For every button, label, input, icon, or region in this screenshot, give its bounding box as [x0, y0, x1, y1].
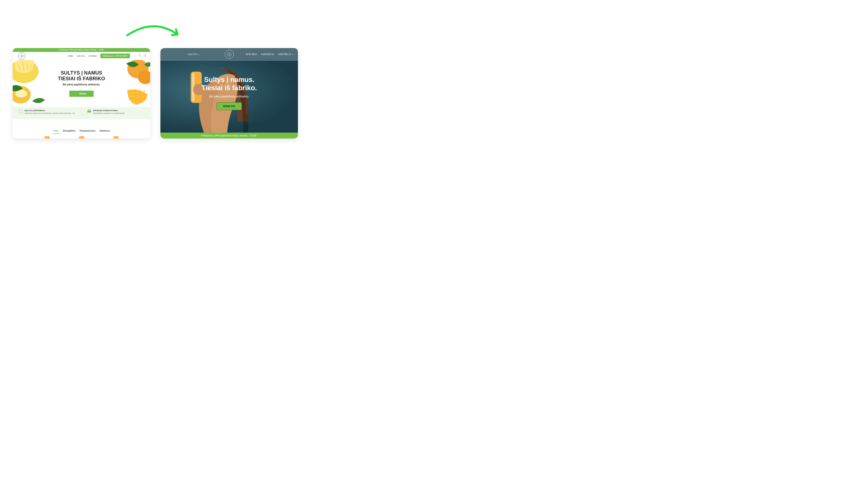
hero-headline-line2: Tiesiai iš fabriko. — [202, 84, 257, 92]
promo-bottombar: Pristatymas į DPD paštomatus visoje Liet… — [160, 133, 298, 138]
feature-desc: Atsiskaitykite saugiai per el. bankinink… — [93, 112, 125, 114]
svg-rect-9 — [229, 53, 230, 55]
chevron-down-icon: ▾ — [198, 54, 199, 56]
hero-subtext: Be jokių papildomų antkainių. — [63, 83, 100, 86]
hero-cta-button[interactable]: RINKTIS — [217, 102, 242, 110]
hero-headline-line2: TIESIAI IŠ FABRIKO — [58, 76, 105, 82]
product-tabs: Visos Ekologiškos Populiariausios Naujie… — [13, 119, 150, 136]
nav-link-cart[interactable]: KREPŠELIS — [278, 53, 293, 56]
redesign-arrow — [125, 24, 183, 41]
feature-payment: PATOGUS ATSISKAITYMAS Atsiskaitykite sau… — [87, 109, 125, 117]
hero-section: SULTYS Į NAMUS TIESIAI IŠ FABRIKO Be jok… — [13, 60, 150, 107]
tab-all[interactable]: Visos — [53, 128, 59, 133]
tab-popular[interactable]: Populiariausios — [80, 128, 95, 133]
svg-point-0 — [20, 55, 24, 58]
nav-link-sultys[interactable]: SULTYS▾ — [188, 53, 199, 56]
credit-card-icon — [87, 110, 91, 112]
tab-eco[interactable]: Ekologiškos — [63, 128, 75, 133]
features-strip: SULTYS Į PAŠTOMATĄ Atsiųsime iš karto į … — [13, 107, 150, 119]
header-nav: Sultys Apie mus Kontaktai Užsakymų nr. +… — [13, 52, 150, 60]
order-phone-button[interactable]: Užsakymų nr. +370 647 38077 — [100, 54, 130, 58]
hero-headline-line1: SULTYS Į NAMUS — [61, 70, 102, 76]
feature-desc: Atsiųsime iš karto į jums artimiausią. S… — [25, 112, 74, 114]
svg-rect-1 — [22, 55, 23, 57]
brand-logo[interactable] — [225, 50, 234, 59]
hero-subtext: Be jokių papildomų antkainių. — [209, 95, 249, 98]
cart-icon[interactable] — [144, 55, 147, 57]
hero-headline-line1: Sultys į namus. — [204, 76, 254, 84]
before-design-card: Pristatymas į DPD paštomatus visoje Liet… — [13, 48, 150, 138]
fruit-illustration-right — [115, 60, 150, 106]
product-thumbnails-cutoff — [13, 136, 150, 138]
feature-title: PATOGUS ATSISKAITYMAS — [93, 109, 125, 111]
brand-logo[interactable] — [18, 52, 25, 60]
fruit-illustration-left — [13, 60, 51, 107]
tab-new[interactable]: Naujienos — [100, 128, 110, 133]
promo-topbar: Pristatymas į DPD paštomatus visoje Liet… — [13, 48, 150, 52]
nav-link-kontaktai[interactable]: KONTAKTAI — [261, 53, 274, 56]
feature-delivery: SULTYS Į PAŠTOMATĄ Atsiųsime iš karto į … — [19, 109, 74, 117]
svg-point-8 — [227, 52, 231, 56]
nav-link-sultys[interactable]: Sultys — [68, 55, 73, 57]
nav-link-kontaktai[interactable]: Kontaktai — [89, 55, 97, 57]
account-icon[interactable] — [138, 55, 141, 57]
nav-link-apie-mus[interactable]: Apie mus — [77, 55, 85, 57]
hero-section: Sultys į namus. Tiesiai iš fabriko. Be j… — [160, 61, 298, 133]
svg-point-2 — [139, 55, 140, 56]
after-design-card: SULTYS▾ APIE MUS KONTAKTAI KREPŠELIS — [160, 48, 298, 138]
feature-title: SULTYS Į PAŠTOMATĄ — [25, 109, 74, 111]
hero-cta-button[interactable]: Rinktis — [69, 91, 94, 97]
header-nav: SULTYS▾ APIE MUS KONTAKTAI KREPŠELIS — [160, 48, 298, 61]
cart-indicator-dot — [292, 54, 293, 55]
nav-link-apie-mus[interactable]: APIE MUS — [246, 53, 257, 56]
grid-icon — [19, 110, 23, 113]
